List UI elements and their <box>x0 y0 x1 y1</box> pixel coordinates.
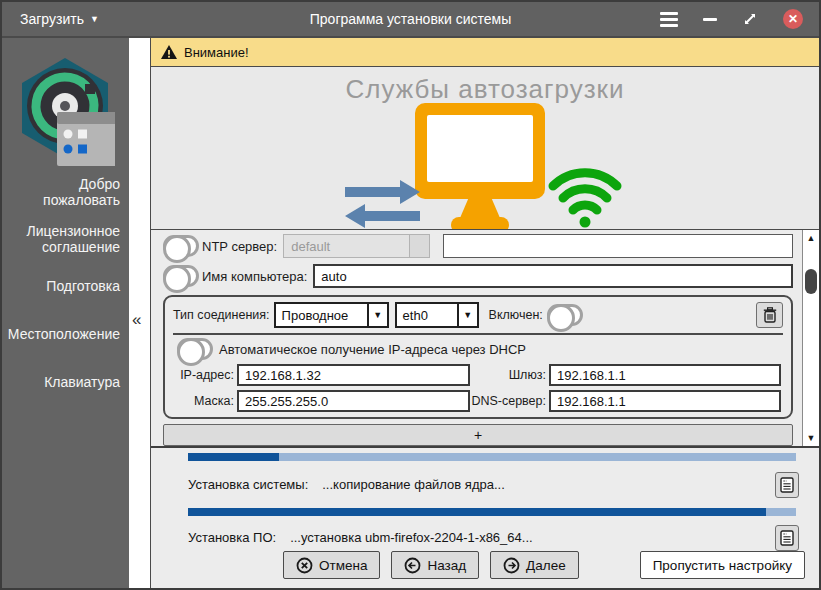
software-progress-status: ...установка ubm-firefox-2204-1-x86_64..… <box>290 530 533 545</box>
close-icon[interactable]: ✕ <box>783 9 803 29</box>
back-label: Назад <box>427 558 466 573</box>
sidebar-item-location[interactable]: Местоположение <box>2 326 129 342</box>
ip-input[interactable] <box>237 364 470 386</box>
add-connection-button[interactable]: + <box>163 424 793 446</box>
gateway-input[interactable] <box>549 364 781 386</box>
sidebar: Добро пожаловать Лицензионное соглашение… <box>2 38 129 588</box>
software-progress-row: Установка ПО: ...установка ubm-firefox-2… <box>188 525 807 550</box>
sidebar-item-license[interactable]: Лицензионное соглашение <box>2 223 129 255</box>
connection-type-row: Тип соединения: Проводное ▼ eth0 ▼ Включ… <box>173 302 783 328</box>
log-icon <box>780 530 794 546</box>
interface-select[interactable]: eth0 ▼ <box>395 302 479 328</box>
ntp-server-value: default <box>284 239 409 254</box>
software-log-button[interactable] <box>775 525 799 551</box>
dhcp-toggle[interactable] <box>177 338 213 360</box>
delete-connection-button[interactable] <box>756 302 783 328</box>
close-glyph: ✕ <box>788 12 798 26</box>
dns-label: DNS-сервер: <box>470 394 546 408</box>
scroll-down-icon[interactable]: ▼ <box>803 431 819 445</box>
system-progressbar <box>188 453 796 461</box>
mask-input[interactable] <box>237 390 470 412</box>
connection-enabled-toggle[interactable] <box>547 304 583 326</box>
ip-row: IP-адрес: Шлюз: <box>173 364 783 386</box>
settings-form: NTP сервер: default Имя компьютера: <box>151 230 802 446</box>
warning-text: Внимание! <box>184 45 249 60</box>
warning-banner: Внимание! <box>151 38 819 66</box>
wizard-steps: Добро пожаловать Лицензионное соглашение… <box>2 174 129 390</box>
skip-label: Пропустить настройку <box>653 558 792 573</box>
dropdown-arrow-icon: ▼ <box>457 304 477 326</box>
system-progress-fill <box>188 453 279 461</box>
window-controls: ✕ <box>660 9 819 29</box>
connection-type-label: Тип соединения: <box>173 308 270 322</box>
connection-type-value: Проводное <box>276 308 367 323</box>
sidebar-item-welcome[interactable]: Добро пожаловать <box>2 176 129 208</box>
dns-input[interactable] <box>549 390 781 412</box>
warning-icon <box>161 45 177 59</box>
transfer-arrows-icon <box>345 180 420 228</box>
hostname-row: Имя компьютера: <box>161 264 797 288</box>
collapse-sidebar-icon[interactable]: « <box>132 310 141 330</box>
gateway-label: Шлюз: <box>470 368 546 382</box>
load-menu-button[interactable]: Загрузить ▼ <box>2 11 113 27</box>
content: Внимание! Службы автозагрузки <box>150 38 819 588</box>
next-icon <box>503 557 520 574</box>
maximize-icon[interactable] <box>742 11 758 27</box>
next-label: Далее <box>526 558 566 573</box>
ntp-server-select[interactable]: default <box>283 234 430 258</box>
ntp-label: NTP сервер: <box>202 239 277 254</box>
sidebar-item-keyboard[interactable]: Клавиатура <box>2 374 129 390</box>
ip-label: IP-адрес: <box>173 368 234 382</box>
minimize-icon[interactable] <box>703 18 717 21</box>
installer-window: Загрузить ▼ Программа установки системы … <box>0 0 821 590</box>
system-progress-status: ...копирование файлов ядра... <box>322 477 505 492</box>
ntp-toggle[interactable] <box>163 235 199 257</box>
scroll-up-icon[interactable]: ▲ <box>803 231 819 245</box>
back-button[interactable]: Назад <box>391 551 479 579</box>
ntp-dropdown-area <box>409 235 429 257</box>
next-button[interactable]: Далее <box>490 551 579 579</box>
back-icon <box>404 557 421 574</box>
sidebar-item-preparation[interactable]: Подготовка <box>2 278 129 294</box>
dropdown-arrow-icon: ▼ <box>367 304 387 326</box>
connection-panel: Тип соединения: Проводное ▼ eth0 ▼ Включ… <box>163 295 793 419</box>
autostart-illustration <box>320 103 650 230</box>
main-area: Добро пожаловать Лицензионное соглашение… <box>2 38 819 588</box>
ntp-custom-input[interactable] <box>443 234 793 258</box>
cancel-label: Отмена <box>319 558 367 573</box>
log-icon <box>780 477 794 493</box>
system-log-button[interactable] <box>775 472 799 498</box>
monitor-icon <box>415 103 545 230</box>
app-logo-icon <box>15 56 129 172</box>
scrollbar-thumb[interactable] <box>805 269 817 294</box>
wifi-icon <box>553 173 617 228</box>
enabled-label: Включен: <box>489 308 543 322</box>
cancel-icon <box>296 557 313 574</box>
cancel-button[interactable]: Отмена <box>283 551 380 579</box>
mask-label: Маска: <box>173 394 234 408</box>
dhcp-label: Автоматическое получение IP-адреса через… <box>219 342 526 357</box>
software-progress-fill <box>188 508 766 516</box>
sidebar-gutter: « <box>129 38 150 588</box>
connection-type-select[interactable]: Проводное ▼ <box>274 302 389 328</box>
step-header: Службы автозагрузки <box>151 66 819 230</box>
page-title: Службы автозагрузки <box>151 74 819 105</box>
hostname-label: Имя компьютера: <box>202 269 307 284</box>
interface-value: eth0 <box>397 308 457 323</box>
menu-icon[interactable] <box>660 12 678 27</box>
mask-row: Маска: DNS-сервер: <box>173 390 783 412</box>
trash-icon <box>763 307 777 323</box>
panel-divider <box>173 333 783 335</box>
wizard-buttons: Отмена Назад Далее <box>188 551 807 579</box>
dhcp-row: Автоматическое получение IP-адреса через… <box>173 338 783 360</box>
software-progressbar <box>188 508 796 516</box>
skip-setup-button[interactable]: Пропустить настройку <box>640 551 805 579</box>
hostname-toggle[interactable] <box>163 265 199 287</box>
load-menu-label: Загрузить <box>20 11 84 27</box>
hostname-input[interactable] <box>313 264 793 288</box>
vertical-scrollbar[interactable]: ▲ ▼ <box>802 230 819 446</box>
settings-scroll-area: NTP сервер: default Имя компьютера: <box>151 230 819 446</box>
titlebar: Загрузить ▼ Программа установки системы … <box>2 2 819 38</box>
ntp-row: NTP сервер: default <box>161 234 797 258</box>
chevron-down-icon: ▼ <box>90 14 99 24</box>
